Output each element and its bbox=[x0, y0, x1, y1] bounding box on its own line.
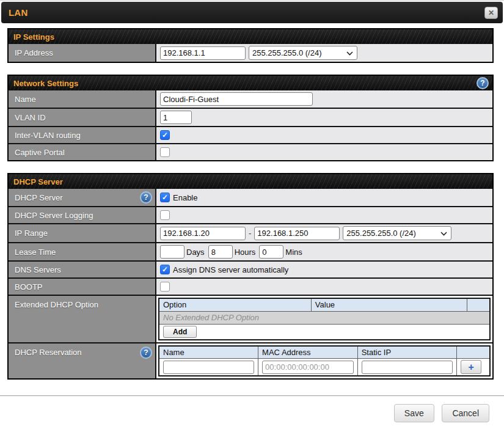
section-title: DHCP Server bbox=[13, 177, 63, 186]
reservation-name-cell bbox=[159, 359, 258, 376]
inter-vlan-routing-value-cell bbox=[156, 127, 492, 143]
column-header-name: Name bbox=[159, 346, 258, 359]
reservation-mac-cell bbox=[258, 359, 358, 376]
table-header-row: Name MAC Address Static IP bbox=[159, 346, 490, 359]
row-captive-portal: Captive Portal bbox=[9, 143, 492, 160]
row-extended-dhcp-option: Extended DHCP Option Option Value No Ext… bbox=[9, 295, 492, 342]
empty-row: No Extended DHCP Option bbox=[159, 311, 490, 324]
reservation-input-row: + bbox=[159, 359, 490, 376]
column-header-static-ip: Static IP bbox=[357, 346, 457, 359]
dhcp-server-value-cell: Enable bbox=[156, 189, 492, 206]
inter-vlan-routing-label: Inter-VLAN routing bbox=[9, 127, 156, 143]
row-bootp: BOOTP bbox=[9, 277, 492, 295]
vlan-id-label: VLAN ID bbox=[9, 109, 156, 126]
row-dns-servers: DNS Servers Assign DNS server automatica… bbox=[9, 260, 492, 277]
vlan-id-value-cell bbox=[156, 109, 492, 126]
dhcp-server-label: DHCP Server ? bbox=[9, 189, 156, 206]
extended-dhcp-option-table: Option Value No Extended DHCP Option Add bbox=[158, 298, 491, 340]
save-button[interactable]: Save bbox=[394, 404, 434, 422]
bootp-value-cell bbox=[156, 279, 492, 295]
help-icon[interactable]: ? bbox=[477, 77, 489, 89]
name-label: Name bbox=[9, 90, 156, 108]
bootp-checkbox[interactable] bbox=[160, 282, 170, 292]
ip-range-from-input[interactable] bbox=[160, 227, 246, 240]
dhcp-reservation-value-cell: Name MAC Address Static IP bbox=[156, 343, 492, 379]
name-input[interactable] bbox=[160, 92, 313, 106]
range-mask-select-wrap: 255.255.255.0 (/24) bbox=[343, 226, 451, 240]
section-header-network-settings: Network Settings ? bbox=[9, 76, 492, 90]
ip-address-input[interactable] bbox=[160, 46, 246, 60]
lease-days-text: Days bbox=[186, 248, 205, 257]
section-network-settings: Network Settings ? Name VLAN ID Inter-VL… bbox=[7, 75, 494, 161]
plus-icon[interactable]: + bbox=[461, 360, 481, 374]
table-header-row: Option Value bbox=[159, 298, 490, 311]
close-icon[interactable]: ✕ bbox=[484, 7, 498, 19]
row-dhcp-server: DHCP Server ? Enable bbox=[9, 189, 492, 206]
dhcp-logging-checkbox[interactable] bbox=[160, 210, 170, 220]
ip-range-to-input[interactable] bbox=[254, 227, 340, 240]
add-cell: Add bbox=[159, 324, 490, 340]
column-header-value: Value bbox=[311, 298, 467, 311]
lease-hours-text: Hours bbox=[235, 248, 256, 257]
row-lease-time: Lease Time Days Hours Mins bbox=[9, 242, 492, 260]
dns-servers-label: DNS Servers bbox=[9, 262, 156, 277]
add-button[interactable]: Add bbox=[163, 326, 197, 338]
lease-days-input[interactable] bbox=[160, 245, 184, 259]
reservation-static-ip-input[interactable] bbox=[362, 361, 453, 374]
column-header-option: Option bbox=[159, 298, 311, 311]
footer-divider bbox=[0, 395, 504, 396]
help-icon[interactable]: ? bbox=[140, 191, 152, 204]
help-icon[interactable]: ? bbox=[140, 347, 152, 359]
row-name: Name bbox=[9, 90, 492, 108]
empty-message: No Extended DHCP Option bbox=[159, 311, 490, 324]
lease-hours-input[interactable] bbox=[208, 245, 233, 259]
footer-buttons: Save Cancel bbox=[0, 404, 504, 422]
row-ip-range: IP Range - 255.255.255.0 (/24) bbox=[9, 223, 492, 242]
dhcp-enable-text: Enable bbox=[173, 193, 197, 202]
inter-vlan-routing-checkbox[interactable] bbox=[160, 130, 170, 140]
reservation-name-input[interactable] bbox=[163, 361, 254, 374]
dhcp-enable-checkbox[interactable] bbox=[160, 193, 170, 202]
reservation-mac-input[interactable] bbox=[262, 361, 354, 374]
reservation-static-ip-cell bbox=[357, 359, 457, 376]
range-mask-select[interactable]: 255.255.255.0 (/24) bbox=[343, 226, 451, 240]
subnet-mask-select[interactable]: 255.255.255.0 (/24) bbox=[249, 46, 357, 60]
section-header-ip-settings: IP Settings bbox=[9, 29, 492, 44]
window-title: LAN bbox=[9, 7, 27, 18]
row-dhcp-reservation: DHCP Reservation ? Name MAC Address Stat… bbox=[9, 342, 492, 379]
row-ip-address: IP Address 255.255.255.0 (/24) bbox=[9, 44, 492, 62]
lease-time-value-cell: Days Hours Mins bbox=[156, 243, 492, 260]
column-header-actions bbox=[467, 298, 490, 311]
reservation-add-cell: + bbox=[457, 359, 490, 376]
row-vlan-id: VLAN ID bbox=[9, 108, 492, 126]
row-dhcp-logging: DHCP Server Logging bbox=[9, 206, 492, 223]
dhcp-logging-value-cell bbox=[156, 207, 492, 223]
section-dhcp-server: DHCP Server DHCP Server ? Enable DHCP Se… bbox=[7, 173, 494, 380]
vlan-id-input[interactable] bbox=[160, 111, 192, 124]
extended-dhcp-option-label: Extended DHCP Option bbox=[9, 296, 156, 342]
ip-range-label: IP Range bbox=[9, 224, 156, 242]
dns-auto-text: Assign DNS server automatically bbox=[173, 265, 288, 274]
section-ip-settings: IP Settings IP Address 255.255.255.0 (/2… bbox=[7, 28, 494, 63]
ip-address-value-cell: 255.255.255.0 (/24) bbox=[156, 44, 492, 62]
cancel-button[interactable]: Cancel bbox=[442, 404, 489, 422]
dhcp-reservation-label: DHCP Reservation ? bbox=[9, 343, 156, 379]
lease-mins-input[interactable] bbox=[259, 245, 283, 259]
name-value-cell bbox=[156, 90, 492, 108]
section-title: Network Settings bbox=[13, 79, 78, 88]
lease-mins-text: Mins bbox=[285, 248, 302, 257]
dns-servers-value-cell: Assign DNS server automatically bbox=[156, 262, 492, 277]
captive-portal-value-cell bbox=[156, 144, 492, 160]
window-titlebar: LAN ✕ bbox=[1, 2, 503, 23]
captive-portal-checkbox[interactable] bbox=[160, 147, 170, 157]
section-title: IP Settings bbox=[13, 32, 54, 42]
ip-address-label: IP Address bbox=[9, 44, 156, 62]
dhcp-reservation-table: Name MAC Address Static IP bbox=[158, 345, 491, 377]
captive-portal-label: Captive Portal bbox=[9, 144, 156, 160]
ip-range-value-cell: - 255.255.255.0 (/24) bbox=[156, 224, 492, 242]
row-inter-vlan-routing: Inter-VLAN routing bbox=[9, 126, 492, 143]
ip-range-separator: - bbox=[249, 229, 251, 238]
dns-auto-checkbox[interactable] bbox=[160, 265, 170, 274]
column-header-mac: MAC Address bbox=[258, 346, 358, 359]
column-header-actions bbox=[457, 346, 490, 359]
